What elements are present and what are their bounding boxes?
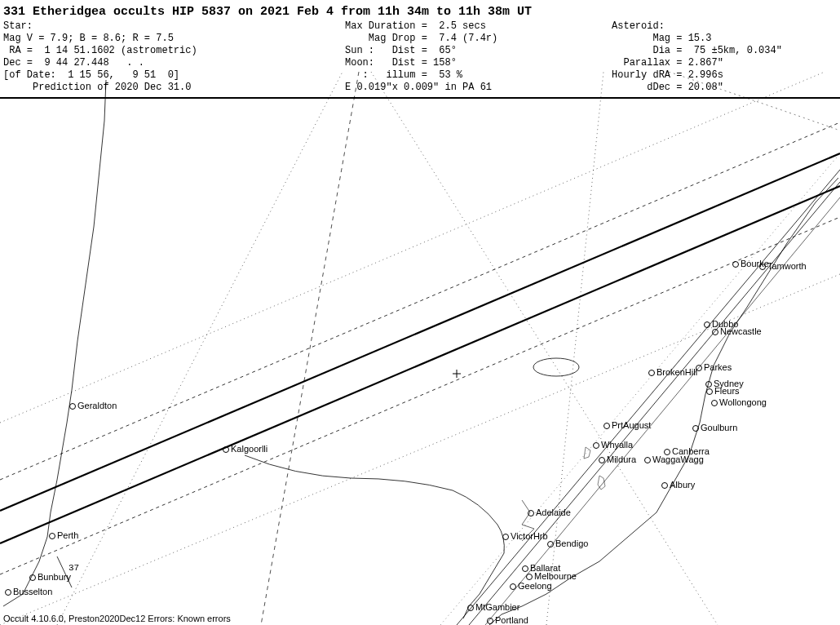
inland-feature-1 (584, 447, 590, 459)
coast-sa (245, 455, 504, 618)
path2-outer (440, 153, 840, 625)
coast-east (489, 178, 838, 625)
lake-feature (533, 358, 579, 376)
coast-wa (3, 80, 106, 606)
path-wide-north (0, 72, 840, 423)
grid-line-1 (261, 72, 359, 625)
map-title: 331 Etheridgea occults HIP 5837 on 2021 … (3, 5, 837, 19)
grid-line-3 (57, 72, 343, 625)
map-svg (0, 72, 840, 625)
path2-a (457, 170, 840, 625)
grid-line-2 (371, 72, 718, 625)
path-error-north (0, 122, 840, 480)
occultation-map: GeraldtonKalgoorlliPerthBunburyBusselton… (0, 72, 840, 625)
time-tick-label: 37 (69, 563, 79, 573)
inland-feature-2 (598, 476, 605, 490)
centre-cross-icon (453, 370, 461, 378)
grid-line-4 (546, 72, 603, 625)
grid-parallel (669, 72, 840, 131)
path-error-south (0, 217, 840, 574)
path2-b (469, 182, 840, 625)
path-wide-south (0, 274, 840, 625)
footer-credits: Occult 4.10.6.0, Preston2020Dec12 Errors… (3, 614, 231, 623)
